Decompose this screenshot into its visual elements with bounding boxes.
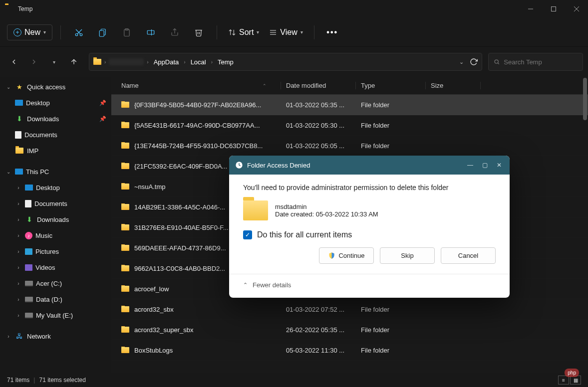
- copy-icon[interactable]: [93, 23, 113, 41]
- sidebar-desktop[interactable]: Desktop📌: [0, 95, 111, 111]
- sidebar-desktop2[interactable]: ›Desktop: [0, 180, 111, 195]
- sidebar-downloads2[interactable]: ›⬇Downloads: [0, 211, 111, 227]
- file-row[interactable]: acrord32_sbx01-03-2022 07:52 ...File fol…: [111, 299, 588, 320]
- dialog-footer[interactable]: ⌃ Fewer details: [229, 274, 510, 298]
- drive-icon: [25, 281, 33, 286]
- folder-icon: [121, 347, 129, 353]
- sidebar-downloads[interactable]: ⬇Downloads📌: [0, 111, 111, 127]
- file-row[interactable]: BoxStubLogs05-03-2022 11:30 ...File fold…: [111, 340, 588, 361]
- checkbox-icon[interactable]: ✓: [243, 230, 252, 239]
- breadcrumb-seg[interactable]: AppData: [152, 57, 181, 67]
- more-button[interactable]: •••: [322, 23, 342, 41]
- dialog-folder-access-denied: Folder Access Denied — ▢ ✕ You'll need t…: [229, 156, 510, 298]
- sort-button[interactable]: Sort ▾: [225, 26, 262, 39]
- chevron-down-icon[interactable]: ⌄: [459, 59, 464, 65]
- status-bar: 71 items | 71 items selected ≡ ▦: [0, 373, 588, 387]
- sidebar-documents[interactable]: Documents: [0, 127, 111, 143]
- dialog-checkbox-label: Do this for all current items: [257, 230, 352, 239]
- breadcrumb-user[interactable]: [109, 58, 144, 65]
- file-name: {13E7445B-724B-4F55-9310-DC63D7CB8...: [134, 142, 263, 150]
- fewer-details-label: Fewer details: [253, 281, 291, 289]
- file-row[interactable]: {5A5E431B-6617-49AC-990D-CB0977AA...01-0…: [111, 115, 588, 136]
- scrollbar[interactable]: [583, 78, 587, 120]
- sidebar-imp[interactable]: IMP: [0, 143, 111, 159]
- pin-icon: 📌: [99, 116, 106, 122]
- share-icon[interactable]: [165, 23, 185, 41]
- folder-icon: [121, 204, 129, 210]
- file-name: 9662A113-C0C8-4AB0-BBD2...: [134, 265, 225, 272]
- desktop-icon: [15, 100, 23, 106]
- delete-icon[interactable]: [189, 23, 209, 41]
- file-date: 01-03-2022 05:05 ...: [281, 142, 356, 150]
- sort-indicator-icon: ⌃: [263, 83, 267, 88]
- maximize-button[interactable]: [542, 0, 565, 18]
- file-type: File folder: [356, 122, 426, 129]
- search-box[interactable]: [488, 53, 583, 71]
- file-name: BoxStubLogs: [134, 347, 173, 354]
- search-input[interactable]: [504, 58, 578, 66]
- continue-button[interactable]: Continue: [319, 247, 374, 264]
- separator-icon: ›: [104, 59, 106, 65]
- pc-icon: [15, 169, 23, 175]
- view-label: View: [280, 28, 297, 37]
- dialog-checkbox-row[interactable]: ✓ Do this for all current items: [243, 230, 496, 239]
- folder-icon: [15, 146, 24, 155]
- sidebar-documents2[interactable]: ›Documents: [0, 195, 111, 211]
- network-icon: 🖧: [15, 332, 24, 341]
- sidebar-data[interactable]: ›Data (D:): [0, 291, 111, 307]
- up-button[interactable]: [65, 53, 83, 71]
- cancel-button[interactable]: Cancel: [441, 247, 496, 264]
- file-row[interactable]: {0F33BF49-5B05-44B0-927F-AB02E8A96...01-…: [111, 95, 588, 115]
- sidebar-quick-access[interactable]: ⌄★Quick access: [0, 79, 111, 95]
- sidebar-music[interactable]: ›♪Music: [0, 227, 111, 243]
- column-type[interactable]: Type: [356, 82, 426, 89]
- status-selected: 71 items selected: [39, 377, 85, 384]
- star-icon: ★: [15, 82, 24, 91]
- new-button[interactable]: + New ▾: [7, 24, 52, 40]
- sidebar-pictures[interactable]: ›Pictures: [0, 243, 111, 259]
- svg-rect-12: [147, 30, 154, 34]
- skip-button[interactable]: Skip: [380, 247, 435, 264]
- dialog-maximize-button[interactable]: ▢: [482, 162, 488, 169]
- minimize-button[interactable]: [519, 0, 542, 18]
- sidebar-this-pc[interactable]: ⌄This PC: [0, 164, 111, 180]
- paste-icon[interactable]: [117, 23, 137, 41]
- dialog-minimize-button[interactable]: —: [467, 162, 473, 169]
- file-row[interactable]: {13E7445B-724B-4F55-9310-DC63D7CB8...01-…: [111, 136, 588, 156]
- folder-icon: [121, 102, 129, 108]
- address-bar[interactable]: › › AppData › Local › Temp ⌄: [89, 53, 482, 71]
- close-button[interactable]: [565, 0, 588, 18]
- search-icon: [494, 58, 500, 65]
- dialog-close-button[interactable]: ✕: [497, 162, 502, 169]
- svg-rect-9: [99, 30, 104, 36]
- cut-icon[interactable]: [69, 23, 89, 41]
- column-date[interactable]: Date modified: [281, 82, 356, 89]
- sidebar-vault[interactable]: ›My Vault (E:): [0, 307, 111, 323]
- view-button[interactable]: View ▾: [266, 26, 305, 39]
- sidebar-network[interactable]: ›🖧Network: [0, 328, 111, 344]
- svg-point-23: [495, 60, 498, 63]
- refresh-icon[interactable]: [470, 58, 478, 66]
- forward-button[interactable]: [25, 53, 43, 71]
- drive-icon: [25, 313, 33, 318]
- file-name: acrord32_super_sbx: [134, 326, 194, 334]
- back-button[interactable]: [5, 53, 23, 71]
- file-row[interactable]: acrord32_super_sbx26-02-2022 05:35 ...Fi…: [111, 320, 588, 340]
- title-bar: Temp: [0, 0, 588, 18]
- file-date: 01-03-2022 07:52 ...: [281, 306, 356, 313]
- breadcrumb-seg[interactable]: Local: [189, 57, 208, 67]
- recent-button[interactable]: ▾: [45, 53, 63, 71]
- dialog-message: You'll need to provide administrator per…: [243, 184, 496, 192]
- sidebar-videos[interactable]: ›Videos: [0, 259, 111, 275]
- rename-icon[interactable]: [141, 23, 161, 41]
- download-icon: ⬇: [15, 114, 24, 123]
- watermark-logo: php: [565, 369, 579, 377]
- folder-icon: [121, 265, 129, 271]
- divider: [217, 25, 217, 39]
- column-name[interactable]: Name⌃: [121, 82, 281, 89]
- column-size[interactable]: Size: [426, 82, 481, 89]
- sidebar-acer[interactable]: ›Acer (C:): [0, 275, 111, 291]
- breadcrumb-seg[interactable]: Temp: [216, 57, 236, 67]
- file-name: {0F33BF49-5B05-44B0-927F-AB02E8A96...: [134, 101, 261, 109]
- document-icon: [15, 131, 21, 139]
